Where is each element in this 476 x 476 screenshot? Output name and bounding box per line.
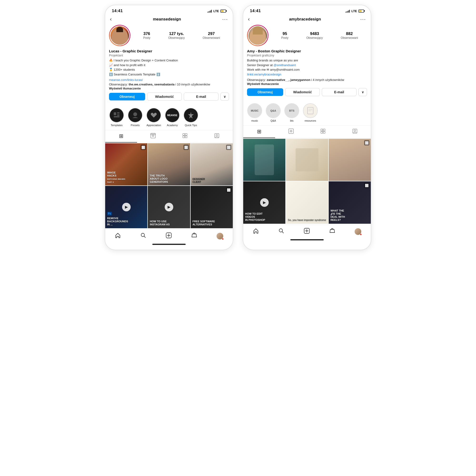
add-icon-2 (304, 228, 310, 234)
svg-rect-28 (323, 129, 325, 131)
profile-section-2: 95 Posty 9483 Obserwujący 882 Obserwowan… (243, 25, 371, 102)
status-bar-1: 14:41 LTE (105, 5, 233, 15)
post-icon-amy-reels: ⬜ (364, 183, 369, 188)
tab-contact-2[interactable] (339, 126, 371, 138)
highlight-appreciation[interactable]: Appreciation (146, 108, 161, 127)
post-2-1[interactable]: Ps REMOVEBACKGROUNDSIN ... ▶ (105, 186, 147, 228)
action-buttons-2: Obserwuj Wiadomość E-mail ∨ (247, 88, 367, 96)
post-text-amy-imposter: So, you have imposter syndrome (288, 219, 326, 221)
post-text-1-1: IMAGEHACKSMATCHING IMAGESPART 2 (107, 171, 145, 184)
nav-search-2[interactable] (278, 228, 284, 235)
status-bar-2: 14:41 LTE (243, 5, 371, 15)
nav-profile-2[interactable] (355, 228, 361, 235)
back-button-2[interactable]: ‹ (248, 16, 250, 22)
more-button-2[interactable]: ··· (360, 16, 366, 22)
post-2-grid-1[interactable] (243, 139, 285, 181)
avatar-1[interactable] (109, 25, 130, 46)
highlight-label-appreciation: Appreciation (146, 124, 161, 127)
message-button-1[interactable]: Wiadomość (147, 93, 182, 101)
svg-line-16 (144, 236, 146, 238)
post-text-1-2: THE TRUTHABOUT LOGOGENERATORS (150, 174, 188, 184)
post-2-2[interactable]: HOW TO USEINSTAGRAM AS ▶ (148, 186, 190, 228)
stats-row-2: 95 Posty 9483 Obserwujący 882 Obserwowan… (272, 32, 367, 39)
tab-contact-1[interactable] (201, 130, 233, 143)
add-icon-1 (166, 232, 172, 238)
follow-button-2[interactable]: Obserwuj (247, 88, 283, 96)
tab-reels-2[interactable] (275, 126, 307, 138)
post-2-3[interactable]: FREE SOFTWAREALTERNATIVES ⬜ (191, 186, 233, 228)
reels-icon-1 (151, 133, 156, 138)
stat-num-posts-2: 95 (281, 32, 289, 36)
nav-shop-1[interactable] (191, 232, 197, 240)
post-2-grid-3[interactable]: ⬜ (329, 139, 371, 181)
more-options-button-1[interactable]: ∨ (221, 93, 229, 101)
phones-container: 14:41 LTE ‹ meansedesign ··· (5, 5, 471, 250)
highlights-row-1: Templates Presets (105, 106, 233, 128)
highlight-music[interactable]: MUSIC music (247, 103, 262, 122)
translate-btn-1[interactable]: Wyświetl tłumaczenie (109, 87, 229, 90)
post-1-3[interactable]: DESIGNERCLIENT ⬜ (191, 143, 233, 186)
more-button-1[interactable]: ··· (222, 16, 228, 22)
post-2-grid-2[interactable] (286, 139, 328, 181)
highlight-resources[interactable]: resources (303, 103, 318, 122)
highlight-templates[interactable]: Templates (109, 108, 124, 127)
nav-profile-1[interactable] (217, 233, 223, 239)
nav-add-2[interactable] (304, 228, 310, 235)
bottom-nav-1 (105, 229, 233, 241)
tab-reels-1[interactable] (137, 130, 169, 143)
nav-avatar-1 (217, 233, 223, 239)
nav-add-1[interactable] (166, 232, 172, 240)
svg-point-7 (153, 136, 153, 136)
status-icons-1: LTE (207, 9, 226, 13)
post-1-2[interactable]: THE TRUTHABOUT LOGOGENERATORS ⬜ (148, 143, 190, 186)
back-button-1[interactable]: ‹ (110, 16, 112, 22)
svg-point-4 (133, 112, 137, 116)
tab-tagged-2[interactable] (307, 126, 339, 138)
avatar-2[interactable] (247, 25, 269, 46)
nav-bar-1: ‹ meansedesign ··· (105, 15, 233, 25)
highlight-quicktips[interactable]: Quick Tips (183, 108, 199, 127)
follow-button-1[interactable]: Obserwuj (109, 93, 145, 101)
home-indicator-2 (290, 239, 324, 240)
bio-link-linktree[interactable]: linktr.ee/amybracedesign (247, 73, 281, 76)
profile-link-1[interactable]: meanse.com/links-lucas/ (109, 78, 229, 82)
play-btn-amy[interactable]: ▶ (260, 198, 269, 207)
home-icon-1 (115, 232, 121, 238)
svg-point-14 (216, 135, 218, 136)
email-button-2[interactable]: E-mail (322, 88, 357, 96)
post-1-1[interactable]: IMAGEHACKSMATCHING IMAGESPART 2 ⬜ (105, 143, 147, 186)
highlight-bts[interactable]: BTS bts (284, 103, 299, 122)
tab-grid-2[interactable]: ⊞ (243, 126, 275, 138)
nav-bar-2: ‹ amybracedesign ··· (243, 15, 371, 25)
nav-shop-2[interactable] (329, 228, 335, 235)
nav-home-2[interactable] (253, 228, 259, 235)
stat-label-posts-1: Posty (143, 36, 151, 39)
status-icons-2: LTE (346, 9, 364, 13)
posts-grid-2: ⬜ HOW TO EDITVIDEOSIN PHOTOSHOP ▶ So, yo… (243, 139, 371, 224)
email-button-1[interactable]: E-mail (184, 93, 219, 101)
message-button-2[interactable]: Wiadomość (285, 88, 320, 96)
tab-grid-1[interactable]: ⊞ (105, 130, 137, 143)
nav-home-1[interactable] (115, 232, 121, 240)
stat-label-following-1: Obserwowani (203, 36, 220, 39)
signal-icon-1 (207, 10, 212, 13)
highlight-qa[interactable]: Q&A Q&A (266, 103, 281, 122)
post-2-grid-5[interactable]: So, you have imposter syndrome (286, 181, 328, 223)
lte-label-2: LTE (351, 9, 357, 13)
post-2-grid-6[interactable]: WHAT THE𝒥 IS THEDEAL WITHREELS? ⬜ (329, 181, 371, 223)
highlight-presets[interactable]: Presets (128, 108, 143, 127)
translate-btn-2[interactable]: Wyświetl tłumaczenie (247, 82, 367, 86)
tab-tagged-1[interactable] (169, 130, 201, 143)
highlight-academy[interactable]: MEANSE Academy (165, 108, 180, 127)
signal-icon-2 (346, 10, 350, 13)
post-2-grid-4[interactable]: HOW TO EDITVIDEOSIN PHOTOSHOP ▶ (243, 181, 285, 223)
post-text-amy-edit: HOW TO EDITVIDEOSIN PHOTOSHOP (245, 212, 284, 222)
resources-icon (306, 106, 315, 116)
stat-num-following-2: 882 (341, 32, 358, 36)
svg-point-26 (291, 131, 291, 132)
play-btn-2-2[interactable]: ▶ (165, 203, 173, 211)
play-btn-2-1[interactable]: ▶ (122, 203, 131, 211)
more-options-button-2[interactable]: ∨ (358, 88, 367, 96)
nav-search-1[interactable] (140, 232, 146, 240)
bio-link-smith[interactable]: @smithandsaint (273, 63, 296, 67)
